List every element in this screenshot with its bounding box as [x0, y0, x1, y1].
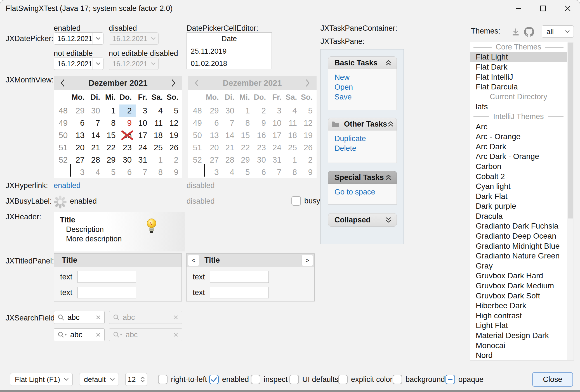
theme-item[interactable]: Cyan light — [470, 181, 567, 191]
theme-item[interactable]: Gruvbox Dark Soft — [470, 291, 567, 301]
spinner-value[interactable]: 12 — [126, 373, 138, 386]
task-link-new[interactable]: New — [334, 73, 397, 82]
theme-item[interactable]: Arc — [470, 122, 567, 132]
theme-item[interactable]: Cobalt 2 — [470, 172, 567, 182]
checkbox-box[interactable] — [291, 196, 301, 206]
theme-item[interactable]: Material Design Dark — [470, 331, 567, 341]
themes-list[interactable]: Core ThemesFlat LightFlat DarkFlat Intel… — [470, 42, 574, 360]
checkbox-box[interactable] — [289, 375, 299, 384]
task-link-open[interactable]: Open — [334, 82, 397, 92]
theme-item[interactable]: Light Flat — [470, 321, 567, 331]
datepicker-dropdown-button[interactable] — [93, 58, 103, 70]
theme-item[interactable]: Dracula — [470, 211, 567, 221]
checkbox-box[interactable] — [251, 375, 260, 384]
day-cell[interactable]: 2 — [167, 154, 182, 166]
clear-icon[interactable] — [95, 315, 101, 320]
laf-combo[interactable]: Flat Light (F1) — [10, 373, 73, 386]
checkbox-opaque[interactable]: opaque — [445, 375, 484, 384]
maximize-button[interactable] — [531, 0, 555, 17]
checkbox-box[interactable] — [209, 375, 219, 384]
theme-item[interactable]: Arc Dark — [470, 142, 567, 152]
day-cell[interactable]: 29 — [104, 154, 120, 166]
day-cell[interactable]: 26 — [167, 141, 182, 154]
day-cell[interactable]: 5 — [104, 166, 120, 178]
day-cell[interactable]: 23 — [119, 141, 136, 154]
taskpane-header[interactable]: Special Tasks — [328, 171, 397, 184]
day-cell[interactable]: 8 — [104, 117, 120, 129]
themes-filter-combo[interactable]: all — [542, 25, 574, 38]
task-link-go-to-space[interactable]: Go to space — [334, 187, 397, 197]
day-cell[interactable]: 1 — [104, 104, 120, 117]
table-column-header[interactable]: Date — [187, 33, 272, 45]
day-cell[interactable]: 3 — [72, 166, 89, 178]
day-cell[interactable]: 4 — [151, 104, 167, 117]
checkbox-right-to-left[interactable]: right-to-left — [158, 375, 207, 384]
day-cell[interactable]: 2 — [119, 104, 136, 117]
day-cell[interactable]: 13 — [72, 129, 89, 141]
day-cell[interactable]: 27 — [72, 154, 89, 166]
date-table[interactable]: Date 25.11.2019 01.02.2018 — [187, 32, 272, 69]
day-cell[interactable]: 20 — [72, 141, 89, 154]
checkbox-background[interactable]: background — [393, 375, 445, 384]
checkbox-box[interactable] — [445, 375, 455, 384]
day-cell[interactable]: 16 — [119, 129, 136, 141]
hyperlink-enabled[interactable]: enabled — [54, 181, 81, 190]
theme-item[interactable]: lafs — [470, 102, 567, 112]
datepicker-enabled[interactable]: 16.12.2021 — [54, 32, 103, 45]
day-cell[interactable]: 9 — [119, 117, 136, 129]
day-cell[interactable]: 31 — [136, 154, 151, 166]
day-cell[interactable]: 11 — [151, 117, 167, 129]
day-cell[interactable]: 22 — [104, 141, 120, 154]
day-cell[interactable]: 6 — [119, 166, 136, 178]
theme-item[interactable]: High contrast — [470, 311, 567, 321]
checkbox-box[interactable] — [338, 375, 348, 384]
theme-item[interactable]: Arc - Orange — [470, 132, 567, 142]
datepicker-value[interactable]: 16.12.2021 — [54, 33, 93, 44]
day-cell[interactable]: 6 — [72, 117, 89, 129]
theme-item[interactable]: Nord — [470, 350, 567, 360]
text-input[interactable] — [210, 287, 269, 298]
font-size-spinner[interactable]: 12 — [125, 373, 147, 386]
theme-item[interactable]: Gruvbox Dark Hard — [470, 271, 567, 281]
theme-item[interactable]: Dark purple — [470, 201, 567, 212]
next-month-icon[interactable] — [164, 76, 182, 90]
table-row[interactable]: 25.11.2019 — [187, 45, 272, 57]
day-cell[interactable]: 21 — [89, 141, 104, 154]
clear-icon[interactable] — [95, 332, 101, 338]
spinner-buttons[interactable] — [138, 373, 147, 386]
datepicker-dropdown-button[interactable] — [93, 33, 103, 44]
task-link-delete[interactable]: Delete — [334, 144, 397, 153]
scrollbar-thumb[interactable] — [568, 42, 573, 218]
taskpane-header[interactable]: Collapsed — [328, 213, 397, 227]
search-field-dropdown-enabled[interactable]: abc — [54, 328, 105, 341]
busy-checkbox[interactable]: busy — [291, 196, 320, 206]
datepicker-not-editable[interactable]: 16.12.2021 — [54, 58, 103, 70]
theme-item[interactable]: Gradianto Midnight Blue — [470, 241, 567, 251]
theme-item[interactable]: Hiberbee Dark — [470, 301, 567, 311]
day-cell[interactable]: 29 — [72, 104, 89, 117]
day-cell[interactable]: 19 — [167, 129, 182, 141]
download-icon[interactable] — [511, 27, 521, 37]
theme-item[interactable]: Gradianto Deep Ocean — [470, 231, 567, 241]
close-window-button[interactable] — [555, 0, 580, 17]
day-cell[interactable]: 9 — [167, 166, 182, 178]
day-cell[interactable]: 12 — [167, 117, 182, 129]
day-cell[interactable]: 30 — [119, 154, 136, 166]
monthview-enabled[interactable]: Dezember 2021Mo.Di.Mi.Do.Fr.Sa.So.482930… — [54, 76, 182, 178]
theme-item[interactable]: Gradianto Dark Fuchsia — [470, 221, 567, 231]
checkbox-box[interactable] — [158, 375, 168, 384]
checkbox-box[interactable] — [393, 375, 402, 384]
minimize-button[interactable] — [506, 0, 531, 17]
theme-item[interactable]: Flat Dark — [470, 62, 567, 72]
table-row[interactable]: 01.02.2018 — [187, 57, 272, 70]
day-cell[interactable]: 17 — [136, 129, 151, 141]
checkbox-explicit-colors[interactable]: explicit colors — [338, 375, 396, 384]
theme-item[interactable]: Gray — [470, 261, 567, 271]
github-icon[interactable] — [524, 27, 534, 37]
day-cell[interactable]: 25 — [151, 141, 167, 154]
task-link-duplicate[interactable]: Duplicate — [334, 134, 397, 144]
day-cell[interactable]: 10 — [136, 117, 151, 129]
theme-item[interactable]: Monocai — [470, 341, 567, 351]
day-cell[interactable]: 7 — [89, 117, 104, 129]
day-cell[interactable]: 28 — [89, 154, 104, 166]
